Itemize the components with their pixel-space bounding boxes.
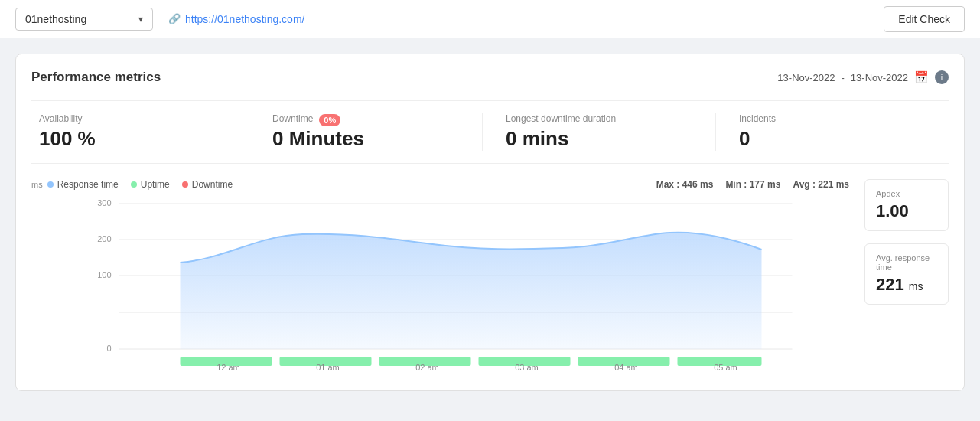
chart-avg: Avg : 221 ms [793, 179, 849, 190]
chart-stats: Max : 446 ms Min : 177 ms Avg : 221 ms [656, 179, 849, 190]
stat-availability-label: Availability [39, 113, 226, 124]
avg-response-unit: ms [909, 280, 923, 292]
downtime-badge: 0% [319, 114, 340, 126]
chart-main: ms Response time Uptime [31, 179, 849, 375]
avg-response-value: 221 ms [876, 275, 937, 295]
legend-uptime: Uptime [131, 179, 170, 190]
top-bar-left: 01nethosting ▾ 🔗 https://01nethosting.co… [15, 8, 304, 31]
svg-text:03 am: 03 am [515, 363, 539, 372]
apdex-label: Apdex [876, 189, 937, 198]
info-icon[interactable]: i [935, 70, 949, 84]
date-start: 13-Nov-2022 [777, 72, 835, 83]
svg-text:12 am: 12 am [217, 363, 240, 372]
chart-area-fill [181, 233, 762, 349]
legend-downtime: Downtime [182, 179, 233, 190]
svg-text:04 am: 04 am [614, 363, 638, 372]
stat-incidents-value: 0 [739, 127, 926, 151]
site-selector-text: 01nethosting [25, 13, 86, 25]
stat-downtime: Downtime 0% 0 Minutes [249, 113, 483, 151]
avg-response-label: Avg. response time [876, 253, 937, 272]
svg-text:100: 100 [97, 270, 111, 279]
legend-downtime-label: Downtime [192, 179, 233, 190]
legend-uptime-label: Uptime [141, 179, 170, 190]
date-separator: - [842, 72, 845, 83]
stat-availability: Availability 100 % [31, 113, 249, 151]
stat-incidents: Incidents 0 [716, 113, 949, 151]
chart-max: Max : 446 ms [656, 179, 714, 190]
legend-response-time: Response time [47, 179, 119, 190]
chart-y-label: ms [31, 180, 43, 189]
svg-text:05 am: 05 am [714, 363, 737, 372]
apdex-value: 1.00 [876, 201, 937, 221]
legend-items: Response time Uptime Downtime [47, 179, 233, 190]
main-content: Performance metrics 13-Nov-2022 - 13-Nov… [0, 38, 980, 406]
chart-min: Min : 177 ms [725, 179, 780, 190]
svg-text:01 am: 01 am [316, 363, 340, 372]
stat-incidents-label: Incidents [739, 113, 926, 124]
stat-longest-downtime-value: 0 mins [506, 127, 692, 151]
svg-text:0: 0 [106, 344, 111, 353]
svg-text:300: 300 [97, 198, 111, 207]
chart-svg-container: 300 200 100 0 [31, 196, 849, 375]
apdex-card: Apdex 1.00 [864, 179, 949, 231]
legend-response-label: Response time [57, 179, 119, 190]
stat-availability-value: 100 % [39, 127, 226, 151]
stat-longest-downtime-label: Longest downtime duration [506, 113, 692, 124]
chart-svg: 300 200 100 0 [31, 196, 849, 372]
chevron-down-icon: ▾ [138, 14, 143, 24]
chart-area: ms Response time Uptime [31, 179, 949, 375]
svg-text:02 am: 02 am [415, 363, 439, 372]
site-selector[interactable]: 01nethosting ▾ [15, 8, 153, 31]
metrics-title: Performance metrics [31, 70, 161, 85]
stat-downtime-label: Downtime [272, 113, 313, 124]
metrics-stats: Availability 100 % Downtime 0% 0 Minutes… [31, 100, 949, 164]
svg-text:200: 200 [97, 234, 111, 243]
legend-uptime-dot [131, 181, 137, 188]
site-link[interactable]: 🔗 https://01nethosting.com/ [168, 13, 304, 25]
site-url: https://01nethosting.com/ [185, 13, 304, 25]
date-end: 13-Nov-2022 [851, 72, 908, 83]
stat-longest-downtime: Longest downtime duration 0 mins [483, 113, 716, 151]
stat-downtime-label-row: Downtime 0% [272, 113, 459, 127]
chart-sidebar: Apdex 1.00 Avg. response time 221 ms [864, 179, 949, 375]
legend-response-dot [47, 181, 54, 188]
chart-legend-row: ms Response time Uptime [31, 179, 849, 190]
legend-downtime-dot [182, 181, 188, 188]
top-bar: 01nethosting ▾ 🔗 https://01nethosting.co… [0, 0, 980, 38]
date-range: 13-Nov-2022 - 13-Nov-2022 📅 i [777, 70, 949, 84]
edit-check-button[interactable]: Edit Check [884, 6, 965, 32]
stat-downtime-value: 0 Minutes [272, 127, 459, 151]
calendar-icon[interactable]: 📅 [914, 70, 929, 84]
external-link-icon: 🔗 [168, 13, 181, 24]
metrics-card: Performance metrics 13-Nov-2022 - 13-Nov… [15, 54, 965, 391]
metrics-header: Performance metrics 13-Nov-2022 - 13-Nov… [31, 70, 949, 85]
avg-response-card: Avg. response time 221 ms [864, 243, 949, 305]
